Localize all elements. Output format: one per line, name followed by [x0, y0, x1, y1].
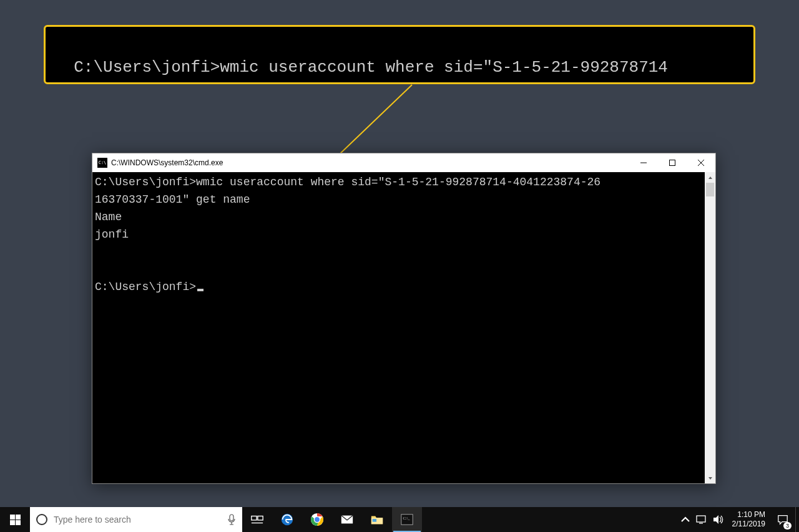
- scroll-track[interactable]: [705, 183, 715, 473]
- chrome-icon: [310, 513, 324, 526]
- scrollbar[interactable]: [705, 172, 715, 483]
- speaker-icon: [712, 514, 723, 525]
- action-center-button[interactable]: 3: [770, 507, 795, 532]
- search-box[interactable]: [30, 507, 242, 532]
- monitor-icon: [696, 514, 707, 525]
- windows-icon: [10, 515, 21, 525]
- chevron-up-icon: [708, 175, 713, 180]
- clock-time: 1:10 PM: [737, 510, 765, 520]
- chevron-down-icon: [708, 476, 713, 481]
- cursor: [197, 289, 203, 291]
- search-input[interactable]: [54, 515, 221, 525]
- maximize-button[interactable]: [658, 153, 687, 172]
- edge-icon: [280, 513, 294, 526]
- svg-rect-12: [230, 515, 233, 521]
- terminal-line: C:\Users\jonfi>wmic useraccount where si…: [95, 176, 600, 188]
- mail-icon: [340, 513, 354, 526]
- terminal-line: jonfi: [95, 228, 129, 241]
- svg-rect-22: [373, 519, 376, 522]
- terminal-output[interactable]: C:\Users\jonfi>wmic useraccount where si…: [92, 172, 705, 483]
- minimize-button[interactable]: [629, 153, 658, 172]
- taskbar-explorer[interactable]: [362, 507, 392, 532]
- callout-text: C:\Users\jonfi>wmic useraccount where si…: [54, 58, 668, 84]
- cmd-icon: C:\: [97, 158, 107, 168]
- taskbar: C:\_ 1:10 PM 2/11/2019 3: [0, 507, 799, 532]
- task-view-icon: [250, 513, 264, 526]
- minimize-icon: [640, 160, 647, 166]
- taskbar-edge[interactable]: [272, 507, 302, 532]
- maximize-icon: [669, 160, 675, 166]
- scroll-thumb[interactable]: [706, 183, 714, 196]
- svg-text:C:\_: C:\_: [403, 516, 411, 520]
- chevron-up-icon: [680, 514, 691, 525]
- close-icon: [698, 160, 704, 166]
- svg-rect-3: [670, 160, 675, 166]
- task-view-button[interactable]: [242, 507, 272, 532]
- svg-rect-9: [16, 515, 21, 520]
- svg-rect-14: [258, 516, 263, 520]
- volume-icon[interactable]: [712, 514, 723, 525]
- clock-date: 2/11/2019: [732, 520, 765, 529]
- svg-rect-11: [16, 520, 21, 525]
- terminal-prompt: C:\Users\jonfi>: [95, 281, 196, 293]
- svg-rect-25: [697, 516, 705, 522]
- terminal-line: Name: [95, 211, 122, 223]
- scroll-down-button[interactable]: [705, 473, 715, 483]
- microphone-icon[interactable]: [227, 514, 236, 525]
- clock[interactable]: 1:10 PM 2/11/2019: [727, 507, 770, 532]
- start-button[interactable]: [0, 507, 30, 532]
- show-desktop-button[interactable]: [795, 507, 799, 532]
- tray-overflow-icon[interactable]: [680, 514, 691, 525]
- terminal-line: 16370337-1001" get name: [95, 193, 250, 206]
- taskbar-mail[interactable]: [332, 507, 362, 532]
- svg-marker-27: [713, 515, 718, 524]
- svg-marker-7: [708, 477, 712, 480]
- taskbar-chrome[interactable]: [302, 507, 332, 532]
- svg-rect-8: [10, 515, 15, 520]
- cmd-taskbar-icon: C:\_: [400, 513, 414, 526]
- svg-rect-13: [252, 516, 257, 520]
- callout-box: C:\Users\jonfi>wmic useraccount where si…: [44, 25, 755, 84]
- cortana-icon: [36, 514, 47, 525]
- svg-marker-6: [708, 177, 712, 179]
- window-title: C:\WINDOWS\system32\cmd.exe: [111, 158, 223, 167]
- svg-rect-10: [10, 520, 15, 525]
- taskbar-cmd[interactable]: C:\_: [392, 507, 422, 532]
- scroll-up-button[interactable]: [705, 172, 715, 183]
- system-tray[interactable]: [674, 507, 727, 532]
- network-icon[interactable]: [696, 514, 707, 525]
- notification-badge: 3: [783, 522, 792, 530]
- cmd-window: C:\ C:\WINDOWS\system32\cmd.exe C:\Users…: [92, 153, 716, 484]
- titlebar[interactable]: C:\ C:\WINDOWS\system32\cmd.exe: [92, 153, 715, 172]
- close-button[interactable]: [687, 153, 715, 172]
- folder-icon: [370, 513, 384, 526]
